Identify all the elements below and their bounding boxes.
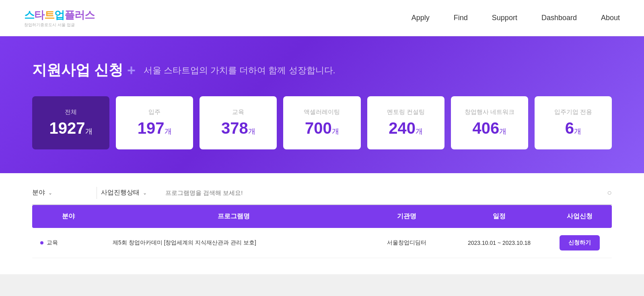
- logo-text: 스타트업플러스: [24, 8, 95, 22]
- hero-title-main: 지원사업 신청: [32, 60, 123, 80]
- card-count-6: 6개: [565, 119, 581, 137]
- status-chevron-icon: ⌄: [143, 190, 147, 196]
- header: 스타트업플러스 창업허기종로도시 서울 업글 Apply Find Suppor…: [0, 0, 644, 36]
- status-filter[interactable]: 사업진행상태 ⌄: [101, 185, 161, 200]
- search-icon[interactable]: ○: [607, 188, 612, 197]
- filter-divider: [97, 187, 97, 199]
- category-card-3[interactable]: 액셀러레이팅 700개: [283, 96, 360, 149]
- nav-find[interactable]: Find: [454, 14, 468, 22]
- nav-apply[interactable]: Apply: [412, 14, 430, 22]
- category-text: 교육: [47, 239, 58, 246]
- search-input[interactable]: [165, 189, 599, 196]
- hero-title-sub: 서울 스타트업의 가치를 더하여 함께 성장합니다.: [144, 64, 335, 77]
- table-section: 분야 프로그램명 기관명 일정 사업신청 교육 제5회 창업아카데미 [창업세계…: [0, 205, 644, 274]
- nav-dashboard[interactable]: Dashboard: [541, 14, 577, 22]
- table-row: 교육 제5회 창업아카데미 [창업세계의 지식재산관과 관리 보호] 서울창업디…: [32, 228, 612, 258]
- nav-about[interactable]: About: [601, 14, 620, 22]
- th-category: 분야: [32, 205, 105, 228]
- card-count-4: 240개: [389, 119, 423, 137]
- td-program: 제5회 창업아카데미 [창업세계의 지식재산관과 관리 보호]: [105, 232, 362, 254]
- card-label-2: 교육: [232, 108, 244, 116]
- category-card-6[interactable]: 입주기업 전용 6개: [535, 96, 612, 149]
- hero-title-plus: +: [127, 62, 136, 79]
- card-count-0: 1927개: [49, 119, 93, 137]
- card-label-5: 창업행사 네트워크: [465, 108, 514, 116]
- card-label-4: 멘토링 컨설팅: [387, 108, 425, 116]
- hero-banner: 지원사업 신청 + 서울 스타트업의 가치를 더하여 함께 성장합니다. 전체 …: [0, 36, 644, 173]
- td-org: 서울창업디딤터: [362, 232, 451, 254]
- category-card-5[interactable]: 창업행사 네트워크 406개: [451, 96, 528, 149]
- th-program: 프로그램명: [105, 205, 362, 228]
- card-count-3: 700개: [305, 119, 339, 137]
- card-count-2: 378개: [221, 119, 255, 137]
- card-label-1: 입주: [148, 108, 160, 116]
- category-card-0[interactable]: 전체 1927개: [32, 96, 109, 149]
- status-filter-label: 사업진행상태: [101, 188, 140, 197]
- field-filter[interactable]: 분야 ⌄: [32, 185, 93, 200]
- category-dot: [40, 241, 43, 244]
- category-card-2[interactable]: 교육 378개: [200, 96, 277, 149]
- table-header: 분야 프로그램명 기관명 일정 사업신청: [32, 205, 612, 228]
- card-label-3: 액셀러레이팅: [304, 108, 340, 116]
- filter-row: 분야 ⌄ 사업진행상태 ⌄ ○: [32, 185, 612, 205]
- category-card-1[interactable]: 입주 197개: [116, 96, 193, 149]
- card-label-6: 입주기업 전용: [554, 108, 592, 116]
- th-org: 기관명: [362, 205, 451, 228]
- field-chevron-icon: ⌄: [48, 190, 52, 196]
- category-cards: 전체 1927개 입주 197개 교육 378개 액셀러레이팅 700개 멘토링…: [32, 96, 612, 149]
- td-schedule: 2023.10.01 ~ 2023.10.18: [451, 232, 547, 253]
- td-category: 교육: [32, 232, 105, 254]
- th-schedule: 일정: [451, 205, 547, 228]
- table-body: 교육 제5회 창업아카데미 [창업세계의 지식재산관과 관리 보호] 서울창업디…: [32, 228, 612, 258]
- filter-section: 분야 ⌄ 사업진행상태 ⌄ ○: [0, 173, 644, 205]
- hero-title: 지원사업 신청 + 서울 스타트업의 가치를 더하여 함께 성장합니다.: [32, 60, 612, 80]
- category-card-4[interactable]: 멘토링 컨설팅 240개: [367, 96, 444, 149]
- main-nav: Apply Find Support Dashboard About: [412, 14, 620, 22]
- logo-subtitle: 창업허기종로도시 서울 업글: [24, 22, 75, 28]
- nav-support[interactable]: Support: [492, 14, 517, 22]
- field-filter-label: 분야: [32, 188, 45, 197]
- logo[interactable]: 스타트업플러스 창업허기종로도시 서울 업글: [24, 8, 95, 28]
- search-area: [161, 186, 603, 199]
- card-count-5: 406개: [472, 119, 506, 137]
- card-count-1: 197개: [138, 119, 172, 137]
- th-apply: 사업신청: [547, 205, 612, 228]
- card-label-0: 전체: [65, 108, 77, 116]
- apply-button[interactable]: 신청하기: [560, 235, 600, 250]
- td-apply: 신청하기: [547, 228, 612, 258]
